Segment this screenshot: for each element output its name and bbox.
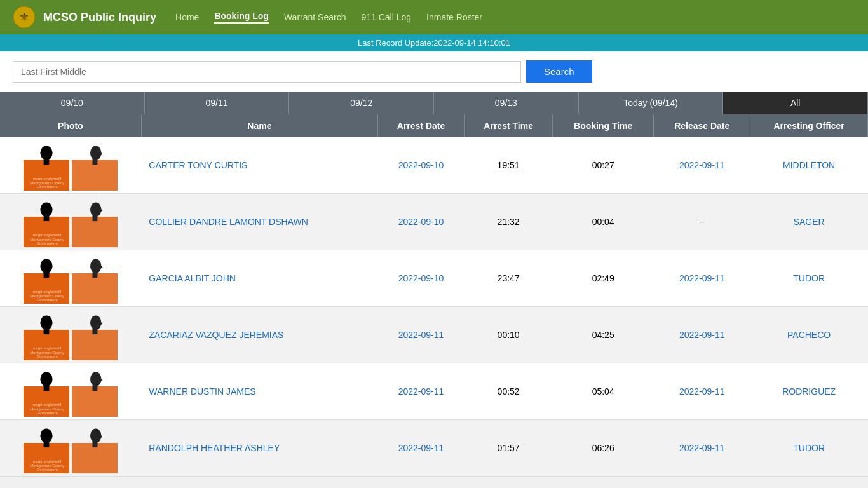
release-date[interactable]: 2022-09-11	[654, 420, 750, 477]
booking-table-container: Photo Name Arrest Date Arrest Time Booki…	[0, 114, 868, 477]
photo-cell[interactable]: mcgtn.org/sheriffMontgomery County Gover…	[0, 307, 141, 363]
inmate-name[interactable]: GARCIA ALBIT JOHN	[141, 250, 377, 307]
svg-rect-24	[87, 276, 103, 295]
nav-911-call-log[interactable]: 911 Call Log	[361, 12, 411, 22]
release-date[interactable]: 2022-09-11	[654, 307, 750, 363]
nav-inmate-roster[interactable]: Inmate Roster	[426, 12, 482, 22]
photo-front: mcgtn.org/sheriffMontgomery County Gover…	[24, 140, 69, 191]
release-date[interactable]: 2022-09-11	[654, 363, 750, 420]
svg-text:⚜: ⚜	[19, 11, 29, 24]
svg-point-6	[48, 151, 51, 153]
table-header-row: Photo Name Arrest Date Arrest Time Booki…	[0, 114, 868, 137]
tab-today[interactable]: Today (09/14)	[579, 92, 724, 114]
booking-time: 00:04	[553, 194, 654, 250]
svg-rect-8	[87, 163, 103, 182]
inmate-name[interactable]: COLLIER DANDRE LAMONT DSHAWN	[141, 194, 377, 250]
svg-point-14	[48, 207, 51, 210]
svg-rect-4	[44, 159, 50, 165]
svg-point-13	[43, 207, 45, 210]
release-date[interactable]: 2022-09-11	[654, 250, 750, 307]
booking-time: 00:27	[553, 137, 654, 194]
svg-rect-28	[44, 329, 50, 334]
col-booking-time: Booking Time	[553, 114, 654, 137]
photo-cell[interactable]: mcgtn.org/sheriffMontgomery County Gover…	[0, 250, 141, 307]
tab-09-12[interactable]: 09/12	[289, 92, 434, 114]
photo-front: mcgtn.org/sheriffMontgomery County Gover…	[24, 253, 69, 304]
photo-cell[interactable]: mcgtn.org/sheriffMontgomery County Gover…	[0, 137, 141, 194]
logo-icon: ⚜	[13, 6, 36, 29]
svg-point-2	[41, 146, 53, 160]
svg-rect-44	[44, 442, 50, 447]
app-brand: MCSO Public Inquiry	[43, 11, 156, 24]
tab-all[interactable]: All	[723, 92, 868, 114]
tab-09-11[interactable]: 09/11	[145, 92, 290, 114]
photo-front: mcgtn.org/sheriffMontgomery County Gover…	[24, 366, 69, 417]
nav-booking-log[interactable]: Booking Log	[214, 11, 269, 24]
svg-rect-33	[93, 329, 98, 334]
arrest-date[interactable]: 2022-09-11	[377, 363, 464, 420]
inmate-name[interactable]: WARNER DUSTIN JAMES	[141, 363, 377, 420]
svg-point-23	[90, 259, 102, 273]
arresting-officer[interactable]: SAGER	[750, 194, 868, 250]
photo-cell[interactable]: mcgtn.org/sheriffMontgomery County Gover…	[0, 194, 141, 250]
inmate-name[interactable]: CARTER TONY CURTIS	[141, 137, 377, 194]
booking-time: 04:25	[553, 307, 654, 363]
photo-side	[72, 253, 118, 304]
svg-rect-41	[93, 385, 98, 391]
tab-09-13[interactable]: 09/13	[434, 92, 579, 114]
tab-09-10[interactable]: 09/10	[0, 92, 145, 114]
arresting-officer[interactable]: TUDOR	[750, 420, 868, 477]
svg-point-31	[90, 315, 102, 330]
photo-side	[72, 196, 118, 247]
arrest-date[interactable]: 2022-09-10	[377, 194, 464, 250]
arrest-date[interactable]: 2022-09-11	[377, 420, 464, 477]
arresting-officer[interactable]: PACHECO	[750, 307, 868, 363]
navbar: ⚜ MCSO Public Inquiry Home Booking Log W…	[0, 0, 868, 34]
table-row: mcgtn.org/sheriffMontgomery County Gover…	[0, 250, 868, 307]
svg-rect-9	[93, 159, 98, 165]
svg-point-47	[90, 428, 102, 443]
record-update-text: Last Record Update:2022-09-14 14:10:01	[358, 38, 510, 48]
arrest-time: 00:52	[465, 363, 553, 420]
photo-cell[interactable]: mcgtn.org/sheriffMontgomery County Gover…	[0, 363, 141, 420]
inmate-name[interactable]: ZACARIAZ VAZQUEZ JEREMIAS	[141, 307, 377, 363]
navbar-nav: Home Booking Log Warrant Search 911 Call…	[175, 11, 482, 24]
svg-rect-49	[93, 442, 98, 447]
search-input[interactable]	[13, 61, 521, 83]
arrest-time: 00:10	[465, 307, 553, 363]
photo-front: mcgtn.org/sheriffMontgomery County Gover…	[24, 309, 69, 360]
svg-point-39	[90, 372, 102, 386]
svg-point-29	[43, 320, 45, 323]
table-row: mcgtn.org/sheriffMontgomery County Gover…	[0, 420, 868, 477]
arrest-time: 23:47	[465, 250, 553, 307]
svg-rect-36	[44, 385, 50, 391]
svg-rect-16	[87, 220, 103, 239]
col-arresting-officer: Arresting Officer	[750, 114, 868, 137]
arresting-officer[interactable]: MIDDLETON	[750, 137, 868, 194]
inmate-name[interactable]: RANDOLPH HEATHER ASHLEY	[141, 420, 377, 477]
search-button[interactable]: Search	[526, 60, 592, 83]
photo-side	[72, 309, 118, 360]
svg-rect-25	[93, 272, 98, 278]
arresting-officer[interactable]: RODRIGUEZ	[750, 363, 868, 420]
arresting-officer[interactable]: TUDOR	[750, 250, 868, 307]
svg-rect-48	[87, 446, 103, 465]
arrest-date[interactable]: 2022-09-11	[377, 307, 464, 363]
arrest-date[interactable]: 2022-09-10	[377, 250, 464, 307]
svg-point-38	[48, 377, 51, 379]
svg-rect-17	[93, 215, 98, 221]
table-row: mcgtn.org/sheriffMontgomery County Gover…	[0, 194, 868, 250]
booking-table: Photo Name Arrest Date Arrest Time Booki…	[0, 114, 868, 477]
photo-cell[interactable]: mcgtn.org/sheriffMontgomery County Gover…	[0, 420, 141, 477]
svg-point-7	[90, 146, 102, 160]
nav-warrant-search[interactable]: Warrant Search	[284, 12, 346, 22]
release-date[interactable]: 2022-09-11	[654, 137, 750, 194]
nav-home[interactable]: Home	[175, 12, 199, 22]
svg-point-15	[90, 202, 102, 217]
arrest-date[interactable]: 2022-09-10	[377, 137, 464, 194]
svg-point-18	[41, 259, 53, 273]
svg-point-21	[43, 264, 45, 266]
booking-time: 06:26	[553, 420, 654, 477]
svg-rect-20	[44, 272, 50, 278]
search-area: Search	[0, 51, 868, 92]
